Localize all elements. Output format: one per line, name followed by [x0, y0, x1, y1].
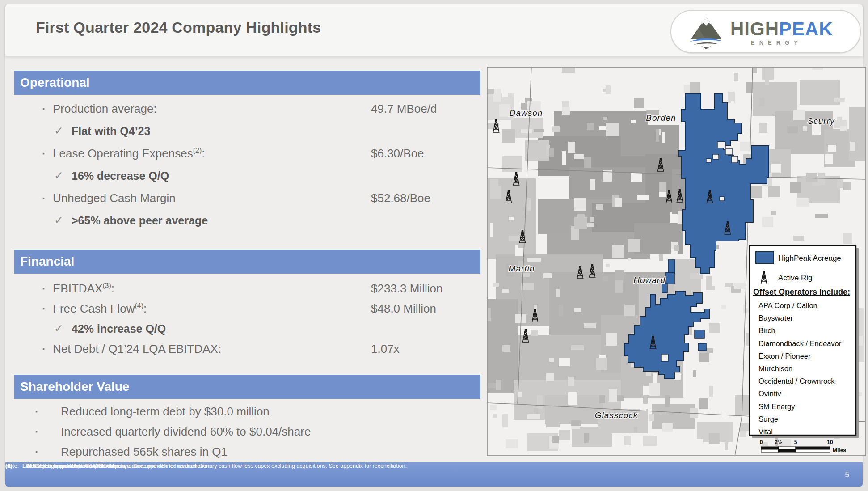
- logo-high: HIGH: [730, 18, 779, 39]
- texture-patch: [718, 273, 725, 276]
- legend-operator: Diamondback / Endeavor: [758, 339, 842, 347]
- acreage-notch: [732, 156, 738, 163]
- texture-patch: [825, 154, 833, 164]
- texture-patch: [759, 123, 767, 133]
- county-label: Dawson: [510, 108, 543, 118]
- texture-patch: [771, 164, 781, 172]
- metric-label: EBITDAX(3):: [53, 282, 114, 296]
- footnote-ref: (3): [102, 282, 111, 289]
- county-label: Scurry: [808, 116, 835, 126]
- texture-patch: [534, 408, 538, 415]
- acreage-notch: [661, 354, 668, 361]
- texture-patch: [493, 89, 501, 102]
- texture-patch: [649, 383, 660, 396]
- legend-operator: Ovintiv: [758, 389, 781, 398]
- texture-patch: [502, 414, 508, 427]
- texture-patch: [584, 157, 591, 168]
- texture-patch: [518, 392, 522, 397]
- operator-acreage-patch: [800, 80, 840, 105]
- texture-patch: [521, 283, 534, 290]
- metric-row: ▪Free Cash Flow(4):$48.0 Million: [14, 301, 480, 317]
- checkmark-icon: ✓: [54, 124, 63, 137]
- texture-patch: [496, 380, 501, 390]
- metric-value: $233.3 Million: [371, 282, 442, 296]
- bullet-square-icon: ▪: [42, 195, 45, 201]
- legend-operator: Occidental / Crownrock: [758, 377, 835, 385]
- texture-patch: [546, 420, 560, 427]
- texture-patch: [562, 107, 570, 115]
- texture-patch: [493, 414, 497, 418]
- logo-wordmark: HIGHPEAK: [730, 20, 833, 38]
- operator-acreage-patch: [652, 404, 695, 429]
- operator-acreage-patch: [511, 118, 543, 138]
- legend-operator: SM Energy: [758, 402, 795, 411]
- county-label: Martin: [509, 264, 535, 273]
- texture-patch: [593, 92, 598, 105]
- legend-rig-label: Active Rig: [778, 274, 813, 282]
- texture-patch: [603, 117, 607, 120]
- texture-patch: [699, 398, 708, 409]
- metric-label: Lease Operating Expenses(2):: [53, 147, 205, 161]
- texture-patch: [490, 405, 497, 410]
- texture-patch: [556, 289, 560, 297]
- texture-patch: [502, 289, 509, 293]
- texture-patch: [859, 311, 864, 315]
- texture-patch: [659, 254, 663, 261]
- county-label: Glasscock: [595, 411, 638, 420]
- page-title: First Quarter 2024 Company Highlights: [36, 19, 321, 36]
- texture-patch: [850, 142, 855, 151]
- check-text: >65% above peer average: [72, 214, 208, 227]
- texture-patch: [571, 345, 584, 350]
- section-shareholder-value: Shareholder Value▪Reduced long-term debt…: [14, 375, 480, 465]
- footnote: (4)Free Cash Flow is a non-GAAP financia…: [5, 462, 407, 470]
- slide-header: First Quarter 2024 Company Highlights HI…: [5, 4, 863, 56]
- legend-operator: Vital: [758, 428, 773, 436]
- texture-patch: [493, 283, 499, 287]
- legend-operator: Surge: [758, 415, 778, 423]
- texture-patch: [637, 195, 649, 200]
- texture-patch: [606, 85, 611, 94]
- texture-patch: [490, 223, 493, 237]
- texture-patch: [574, 217, 587, 229]
- acreage-notch: [713, 154, 719, 159]
- logo-energy: ENERGY: [751, 39, 802, 46]
- scalebar-segment: [796, 447, 830, 449]
- texture-patch: [549, 358, 554, 362]
- bullet-square-icon: ▪: [42, 106, 45, 112]
- texture-patch: [837, 117, 842, 121]
- metric-label: Production average:: [53, 102, 157, 116]
- texture-patch: [571, 420, 581, 426]
- texture-patch: [706, 276, 712, 287]
- texture-patch: [768, 186, 780, 197]
- texture-patch: [584, 323, 596, 328]
- texture-patch: [515, 245, 518, 256]
- legend-acreage-swatch: [756, 252, 774, 263]
- bullet-square-icon: ▪: [42, 305, 45, 312]
- legend-operator: Murchison: [758, 364, 792, 372]
- texture-patch: [490, 186, 501, 199]
- texture-patch: [662, 423, 673, 432]
- scalebar-segment: [779, 449, 796, 452]
- texture-patch: [518, 248, 524, 256]
- scalebar-segment: [796, 449, 830, 452]
- scalebar-segment: [761, 447, 779, 449]
- texture-patch: [634, 98, 644, 108]
- texture-patch: [615, 279, 623, 293]
- texture-patch: [850, 195, 854, 205]
- section-operational: Operational▪Production average:49.7 MBoe…: [14, 71, 480, 236]
- texture-patch: [731, 101, 734, 109]
- texture-patch: [587, 123, 594, 130]
- texture-patch: [552, 126, 560, 132]
- texture-patch: [559, 305, 563, 316]
- texture-patch: [590, 217, 594, 222]
- texture-patch: [843, 233, 852, 244]
- texture-patch: [734, 73, 738, 81]
- texture-patch: [543, 273, 552, 278]
- texture-patch: [552, 436, 559, 443]
- texture-patch: [596, 358, 607, 370]
- bullet-row: ▪Repurchased 565k shares in Q1: [14, 444, 480, 460]
- texture-patch: [762, 217, 773, 227]
- metric-value: $6.30/Boe: [371, 147, 424, 161]
- county-label: Borden: [646, 113, 676, 123]
- texture-patch: [596, 204, 603, 210]
